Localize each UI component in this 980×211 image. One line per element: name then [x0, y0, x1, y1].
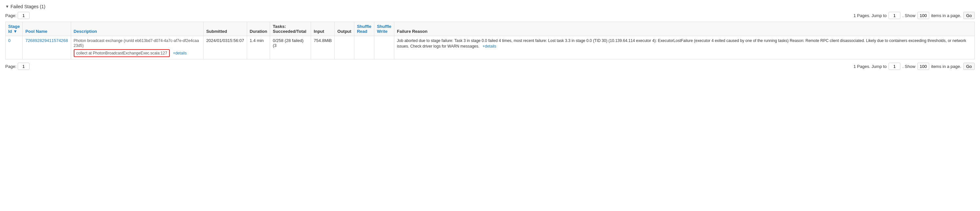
pool-name-cell: 726892829411574268	[22, 36, 71, 59]
pagination-bottom-right: 1 Pages. Jump to . Show items in a page.…	[853, 63, 975, 70]
pool-name-label: Pool Name	[25, 29, 47, 34]
submitted-cell: 2024/01/0315:56:07	[204, 36, 247, 59]
page-label-bottom: Page:	[5, 64, 16, 69]
input-value: 754.8MiB	[313, 38, 332, 43]
stage-id-sort-link[interactable]: StageId ▼	[8, 24, 20, 34]
pool-name-link[interactable]: 726892829411574268	[25, 38, 68, 43]
pagination-top: Page: 1 Pages. Jump to . Show items in a…	[5, 12, 975, 19]
tasks-label: Tasks:Succeeded/Total	[273, 24, 306, 34]
col-header-description: Description	[71, 22, 204, 36]
shuffle-write-cell	[374, 36, 394, 59]
duration-label: Duration	[250, 29, 267, 34]
col-header-stage-id[interactable]: StageId ▼	[6, 22, 22, 36]
col-header-shuffle-write: ShuffleWrite	[374, 22, 394, 36]
stages-table: StageId ▼ Pool Name Description Submitte…	[5, 22, 975, 59]
input-label: Input	[313, 29, 324, 34]
stage-id-cell: 0	[6, 36, 22, 59]
failure-details-link[interactable]: +details	[482, 44, 496, 49]
description-details-link[interactable]: +details	[173, 51, 187, 56]
page-label-top: Page:	[5, 13, 16, 18]
shuffle-read-label: ShuffleRead	[357, 24, 371, 34]
failure-reason-cell: Job aborted due to stage failure: Task 3…	[394, 36, 975, 59]
shuffle-write-label: ShuffleWrite	[377, 24, 391, 34]
table-row: 0 726892829411574268 Photon broadcast ex…	[6, 36, 975, 59]
tasks-cell: 0/258 (28 failed) (3	[270, 36, 311, 59]
col-header-pool-name: Pool Name	[22, 22, 71, 36]
col-header-submitted: Submitted	[204, 22, 247, 36]
go-button-bottom[interactable]: Go	[963, 63, 975, 70]
items-label-bottom: items in a page.	[931, 64, 961, 69]
show-count-input-bottom[interactable]	[917, 63, 929, 70]
pagination-top-right: 1 Pages. Jump to . Show items in a page.…	[853, 12, 975, 19]
pages-info-top: 1 Pages. Jump to	[853, 13, 886, 18]
show-label-bottom: . Show	[902, 64, 915, 69]
pagination-bottom: Page: 1 Pages. Jump to . Show items in a…	[5, 63, 975, 70]
page-number-input-top[interactable]	[18, 12, 30, 19]
duration-value: 1.4 min	[250, 38, 264, 43]
items-label-top: items in a page.	[931, 13, 961, 18]
failed-stages-section-header[interactable]: ▼ Failed Stages (1)	[5, 4, 975, 9]
description-highlight-text: collect at PhotonBroadcastExchangeExec.s…	[74, 49, 170, 57]
input-cell: 754.8MiB	[311, 36, 335, 59]
go-button-top[interactable]: Go	[963, 12, 975, 19]
show-label-top: . Show	[902, 13, 915, 18]
shuffle-read-cell	[354, 36, 374, 59]
submitted-label: Submitted	[206, 29, 227, 34]
stage-id-link[interactable]: 0	[8, 38, 11, 43]
pages-info-bottom: 1 Pages. Jump to	[853, 64, 886, 69]
col-header-tasks: Tasks:Succeeded/Total	[270, 22, 311, 36]
pagination-top-left: Page:	[5, 12, 30, 19]
col-header-failure-reason: Failure Reason	[394, 22, 975, 36]
pagination-bottom-left: Page:	[5, 63, 30, 70]
duration-cell: 1.4 min	[247, 36, 270, 59]
col-header-duration: Duration	[247, 22, 270, 36]
submitted-value: 2024/01/0315:56:07	[206, 38, 244, 43]
description-main-text: Photon broadcast exchange (runId eb613bd…	[74, 38, 199, 48]
col-header-output: Output	[335, 22, 354, 36]
section-title: Failed Stages (1)	[11, 4, 46, 9]
collapse-triangle-icon: ▼	[5, 4, 9, 9]
jump-to-input-top[interactable]	[889, 12, 900, 19]
col-header-shuffle-read: ShuffleRead	[354, 22, 374, 36]
table-header-row: StageId ▼ Pool Name Description Submitte…	[6, 22, 975, 36]
output-cell	[335, 36, 354, 59]
failure-reason-label: Failure Reason	[397, 29, 427, 34]
jump-to-input-bottom[interactable]	[889, 63, 900, 70]
show-count-input-top[interactable]	[917, 12, 929, 19]
page-number-input-bottom[interactable]	[18, 63, 30, 70]
description-label: Description	[74, 29, 97, 34]
output-label: Output	[337, 29, 352, 34]
tasks-value: 0/258 (28 failed) (3	[273, 38, 304, 48]
col-header-input: Input	[311, 22, 335, 36]
description-cell: Photon broadcast exchange (runId eb613bd…	[71, 36, 204, 59]
